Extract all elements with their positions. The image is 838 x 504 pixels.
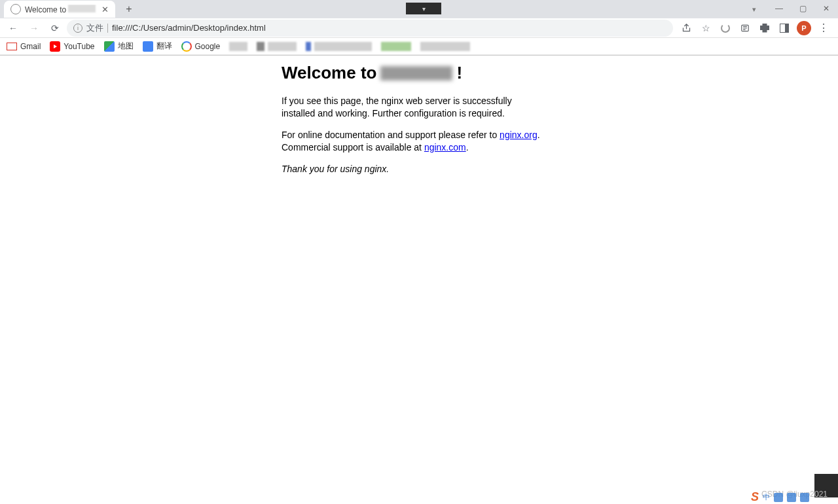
extensions-icon[interactable] [757,20,773,36]
link-nginx-com[interactable]: nginx.com [424,142,466,153]
file-label: 文件 [86,22,103,34]
ime-lang-icon[interactable]: 中 [763,492,770,502]
text-segment: . [537,130,540,140]
new-tab-button[interactable]: + [122,2,136,16]
paragraph-docs: For online documentation and support ple… [282,129,543,154]
back-button[interactable]: ← [4,19,22,37]
side-panel-icon[interactable] [776,20,792,36]
info-icon: i [73,24,82,33]
paragraph-thanks: Thank you for using nginx. [282,163,543,175]
chevron-down-icon: ▾ [422,5,426,12]
share-icon[interactable] [678,20,694,36]
ime-icon[interactable]: S [751,490,759,504]
maximize-button[interactable]: ▢ [791,0,814,17]
bookmark-redacted[interactable] [229,42,247,51]
redacted-icon [381,42,411,51]
paragraph-install: If you see this page, the nginx web serv… [282,95,543,120]
tab-title: Welcome to [25,5,98,14]
bookmark-label: Gmail [20,42,41,51]
bookmark-label: 翻译 [156,41,172,52]
redacted-text [68,5,96,12]
translate-icon [143,41,153,52]
loading-icon [718,20,733,36]
system-tray: S 中 [751,490,809,504]
tray-icon[interactable] [774,493,783,502]
link-nginx-org[interactable]: nginx.org [500,130,537,140]
tab-search-dropdown[interactable]: ▾ [406,3,441,14]
browser-tab[interactable]: Welcome to ✕ [4,1,115,18]
maps-icon [104,41,115,52]
heading-suffix: ! [456,63,462,83]
page-content: Welcome to ! If you see this page, the n… [282,63,543,184]
reader-icon[interactable] [737,20,753,36]
close-window-button[interactable]: ✕ [814,0,838,17]
omnibox[interactable]: i 文件 file:///C:/Users/admin/Desktop/inde… [67,20,673,37]
text-segment: Commercial support is available at [282,142,424,153]
redacted-text [268,42,297,51]
tray-icon[interactable] [800,493,809,502]
google-icon [181,41,192,52]
gmail-icon [7,41,17,52]
close-tab-button[interactable]: ✕ [101,5,109,14]
bookmark-youtube[interactable]: YouTube [50,41,94,52]
bookmark-redacted[interactable] [381,42,411,51]
redacted-icon [229,42,247,51]
reload-button[interactable]: ⟳ [46,19,64,37]
redacted-text [314,42,372,51]
window-controls: — ▢ ✕ [767,0,838,17]
bookmark-redacted[interactable] [420,42,470,51]
globe-icon [10,4,21,14]
menu-button[interactable]: ⋮ [816,20,831,36]
bookmark-redacted[interactable] [257,42,297,51]
text-segment: . [466,142,469,153]
browser-chrome: Welcome to ✕ + ▾ ▾ — ▢ ✕ ← → ⟳ i 文件 file… [0,0,838,56]
profile-avatar[interactable]: P [796,20,812,36]
address-bar: ← → ⟳ i 文件 file:///C:/Users/admin/Deskto… [0,18,838,38]
redacted-icon [306,42,311,51]
tab-title-text: Welcome to [25,5,66,14]
bookmarks-bar: Gmail YouTube 地图 翻译 Google [0,38,838,55]
redacted-icon [257,42,264,51]
forward-button[interactable]: → [25,19,43,37]
bookmark-label: Google [195,42,221,51]
bookmark-star-icon[interactable]: ☆ [698,20,714,36]
bookmark-label: 地图 [118,41,134,52]
thanks-text: Thank you for using nginx. [282,164,389,174]
bookmark-maps[interactable]: 地图 [104,41,134,52]
bookmark-translate[interactable]: 翻译 [143,41,172,52]
tab-bar: Welcome to ✕ + ▾ ▾ — ▢ ✕ [0,0,838,18]
toolbar-right: ☆ P ⋮ [676,20,834,36]
tray-icon[interactable] [787,493,796,502]
page-heading: Welcome to ! [282,63,543,83]
text-segment: For online documentation and support ple… [282,130,500,140]
divider [107,24,108,33]
heading-prefix: Welcome to [282,63,376,83]
bookmark-redacted[interactable] [306,42,372,51]
redacted-text [420,42,470,51]
search-tabs-icon[interactable]: ▾ [742,5,766,14]
redacted-heading [380,66,452,81]
bookmark-label: YouTube [64,42,94,51]
bookmark-google[interactable]: Google [181,41,221,52]
minimize-button[interactable]: — [767,0,791,17]
bookmark-gmail[interactable]: Gmail [7,41,41,52]
youtube-icon [50,41,60,52]
url-text: file:///C:/Users/admin/Desktop/index.htm… [112,23,666,33]
